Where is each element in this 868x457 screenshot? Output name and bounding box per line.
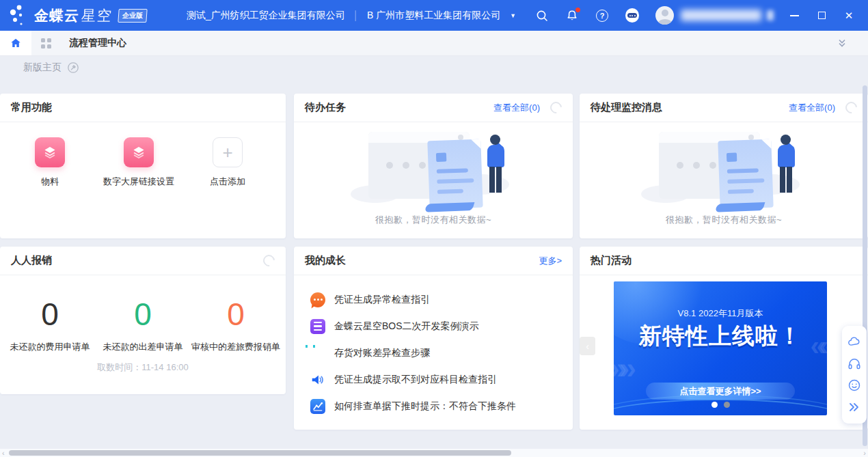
- carousel-dot-active[interactable]: [711, 402, 718, 408]
- carousel-prev-button[interactable]: ‹: [580, 337, 595, 355]
- empty-text: 很抱歉，暂时没有相关数据~: [580, 214, 868, 226]
- brand-light: 星空: [81, 6, 113, 25]
- scroll-left-arrow[interactable]: ‹: [2, 449, 5, 457]
- card-common-functions: 常用功能 物料 数字大屏链接设置 + 点击添加: [0, 94, 286, 238]
- notification-bell-icon[interactable]: [565, 9, 579, 23]
- refresh-icon[interactable]: [843, 100, 860, 116]
- maximize-button[interactable]: [816, 10, 827, 21]
- carousel-dots: [614, 402, 827, 408]
- collapse-chevrons-icon[interactable]: [837, 38, 847, 49]
- empty-state: 很抱歉，暂时没有相关数据~: [294, 122, 573, 238]
- card-title: 常用功能: [11, 101, 52, 114]
- card-title: 待处理监控消息: [591, 101, 662, 114]
- card-monitor-messages: 待处理监控消息 查看全部(0) 很抱歉，暂时没有相关数据~: [580, 94, 868, 238]
- card-todo-tasks: 待办任务 查看全部(0) 很抱歉，暂时没有相关数据~: [294, 94, 573, 238]
- video-play-icon: [310, 346, 325, 361]
- add-function-tile[interactable]: + 点击添加: [183, 137, 272, 188]
- horizontal-scrollbar-thumb[interactable]: [9, 450, 511, 456]
- pin-icon[interactable]: [67, 61, 79, 74]
- breadcrumb-label: 新版主页: [23, 61, 62, 74]
- card-title: 人人报销: [11, 254, 52, 267]
- layers-icon: [124, 137, 154, 167]
- growth-list: 凭证生成异常检查指引 金蝶云星空BOS二次开发案例演示 存货对账差异检查步骤 凭…: [294, 275, 573, 419]
- refresh-icon[interactable]: [548, 100, 565, 116]
- help-icon[interactable]: ?: [595, 9, 609, 23]
- notification-badge: [575, 8, 580, 12]
- edition-badge: 企业版: [118, 9, 147, 23]
- fetch-time: 取数时间：11-14 16:00: [0, 361, 286, 374]
- breadcrumb: 新版主页: [23, 61, 79, 74]
- promo-banner[interactable]: V8.1 2022年11月版本 新特性上线啦！ 点击查看更多详情>>: [614, 281, 827, 415]
- banner-headline: 新特性上线啦！: [614, 321, 827, 352]
- assistant-icon[interactable]: [625, 9, 639, 23]
- card-title: 我的成长: [305, 254, 346, 267]
- card-reimbursement: 人人报销 0 未还款的费用申请单 0 未还款的出差申请单 0 审核中的差旅费报销…: [0, 247, 286, 394]
- empty-illustration: [355, 128, 512, 210]
- company-switcher[interactable]: 测试_广州纺织工贸企业集团有限公司 │ B 广州市塑料工业集团有限公司 ▼: [187, 10, 516, 22]
- growth-item[interactable]: 存货对账差异检查步骤: [310, 340, 566, 366]
- tab-bar: 流程管理中心: [0, 31, 868, 56]
- banner-version: V8.1 2022年11月版本: [614, 307, 827, 320]
- card-hot-activities: 热门活动 V8.1 2022年11月版本 新特性上线啦！ 点击查看更多详情>> …: [580, 247, 868, 430]
- stat-expense-requests[interactable]: 0 未还款的费用申请单: [3, 299, 96, 353]
- close-button[interactable]: ✕: [843, 10, 854, 21]
- stat-travel-requests[interactable]: 0 未还款的出差申请单: [96, 299, 189, 353]
- username-blurred-2: [767, 10, 774, 20]
- card-my-growth: 我的成长 更多> 凭证生成异常检查指引 金蝶云星空BOS二次开发案例演示 存货对…: [294, 247, 573, 430]
- company-primary: 测试_广州纺织工贸企业集团有限公司: [187, 10, 345, 22]
- cloud-icon[interactable]: [846, 334, 863, 350]
- layers-icon: [35, 137, 65, 167]
- header-actions: ?: [535, 6, 774, 25]
- tab-process-center[interactable]: 流程管理中心: [69, 37, 126, 49]
- company-divider: │: [353, 10, 359, 20]
- stat-row: 0 未还款的费用申请单 0 未还款的出差申请单 0 审核中的差旅费报销单: [0, 275, 286, 353]
- home-icon: [10, 37, 22, 49]
- search-icon[interactable]: [535, 9, 549, 23]
- chart-icon: [310, 399, 325, 414]
- function-tiles: 物料 数字大屏链接设置 + 点击添加: [0, 122, 286, 188]
- stat-travel-reimburse-auditing[interactable]: 0 审核中的差旅费报销单: [189, 299, 282, 353]
- app-header: 金蝶云 星空 企业版 测试_广州纺织工贸企业集团有限公司 │ B 广州市塑料工业…: [0, 0, 868, 31]
- growth-item[interactable]: 金蝶云星空BOS二次开发案例演示: [310, 313, 566, 340]
- card-title: 热门活动: [591, 254, 632, 267]
- brand-name: 金蝶云 星空: [33, 6, 113, 25]
- floating-toolbar: [842, 326, 867, 424]
- document-icon: [310, 319, 325, 334]
- function-tile-bigscreen[interactable]: 数字大屏链接设置: [94, 137, 183, 188]
- empty-illustration: [645, 128, 802, 210]
- company-secondary: B 广州市塑料工业集团有限公司: [367, 10, 500, 22]
- empty-state: 很抱歉，暂时没有相关数据~: [580, 122, 868, 238]
- banner-cta-button[interactable]: 点击查看更多详情>>: [646, 383, 795, 400]
- empty-text: 很抱歉，暂时没有相关数据~: [294, 214, 573, 226]
- chat-dots-icon: [310, 292, 325, 307]
- menu-grid-icon[interactable]: [41, 38, 51, 49]
- kingdee-logo-icon: [10, 3, 31, 28]
- card-title: 待办任务: [305, 101, 346, 114]
- speaker-icon: [310, 372, 325, 387]
- scroll-right-arrow[interactable]: ›: [863, 449, 866, 457]
- username-blurred: [681, 10, 761, 21]
- expand-chevrons-icon[interactable]: [846, 399, 863, 415]
- horizontal-scrollbar[interactable]: ‹ ›: [0, 449, 868, 457]
- brand-bold: 金蝶云: [33, 6, 80, 25]
- chevron-down-icon[interactable]: ▼: [510, 12, 516, 19]
- banner-decor-chevrons-left: [614, 351, 629, 385]
- function-tile-material[interactable]: 物料: [5, 137, 94, 188]
- view-all-link[interactable]: 查看全部(0): [789, 102, 835, 114]
- tab-home[interactable]: [0, 31, 31, 55]
- refresh-icon[interactable]: [261, 253, 277, 269]
- smiley-icon[interactable]: [846, 377, 863, 393]
- growth-item[interactable]: 凭证生成提示取不到对应科目检查指引: [310, 366, 566, 393]
- plus-icon: +: [213, 137, 243, 167]
- more-link[interactable]: 更多>: [539, 255, 562, 267]
- headset-icon[interactable]: [846, 356, 863, 372]
- growth-item[interactable]: 凭证生成异常检查指引: [310, 286, 566, 313]
- carousel-dot[interactable]: [724, 402, 730, 408]
- minimize-button[interactable]: [789, 10, 800, 21]
- user-avatar[interactable]: [655, 6, 674, 25]
- growth-item[interactable]: 如何排查单据下推时提示：不符合下推条件: [310, 393, 566, 419]
- window-controls: ✕: [789, 10, 854, 21]
- view-all-link[interactable]: 查看全部(0): [493, 102, 540, 114]
